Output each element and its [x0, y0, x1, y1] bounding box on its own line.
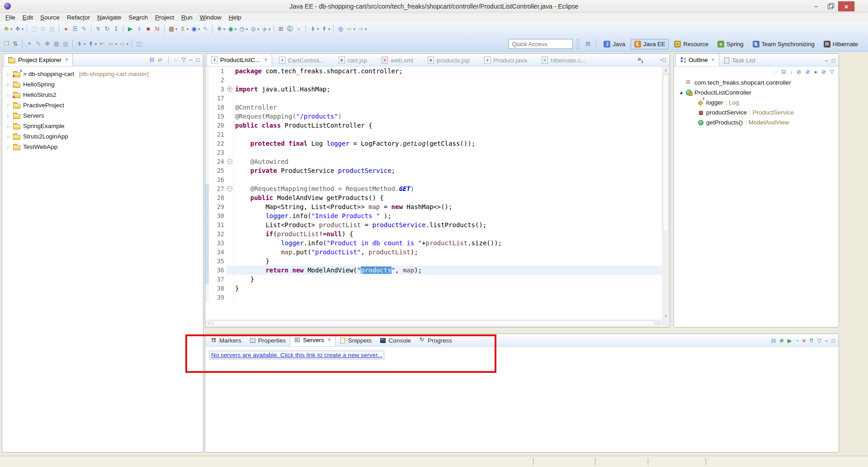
line-number[interactable]: 27	[209, 184, 226, 193]
show-table-button[interactable]: ▦	[52, 39, 61, 49]
quick-access-input[interactable]	[509, 39, 573, 49]
focus-icon[interactable]: ∷	[774, 69, 778, 75]
menu-edit[interactable]: Edit	[19, 13, 37, 22]
data-source-button[interactable]: $▾	[178, 24, 189, 34]
code-line[interactable]: 28 public ModelAndView getProducts() {	[205, 193, 662, 202]
line-number[interactable]: 30	[209, 211, 226, 220]
outline-item-getproducts[interactable]: getProducts() : ModelAndView	[674, 117, 839, 127]
perspective-java[interactable]: JJava	[600, 39, 628, 49]
menu-source[interactable]: Source	[37, 13, 63, 22]
hide-non-public-members-icon[interactable]: ●	[814, 69, 817, 75]
code-text[interactable]: private ProductService productService;	[234, 166, 662, 175]
tree-item-practiveproject[interactable]: PractiveProject	[2, 100, 203, 110]
line-number[interactable]: 19	[209, 112, 226, 121]
code-text[interactable]: @RequestMapping("/products")	[234, 112, 662, 121]
code-line[interactable]: 1package com.tech_freaks.shopcart.contro…	[205, 67, 662, 76]
tab-snippets[interactable]: Snippets	[335, 334, 376, 346]
code-text[interactable]	[234, 94, 662, 103]
editor-tab-product-java[interactable]: JProduct.java	[480, 54, 531, 66]
line-number[interactable]: 2	[209, 76, 226, 85]
code-text[interactable]: map.put("productList", productList);	[234, 248, 662, 257]
external-tools-button[interactable]: ◈▾	[260, 24, 271, 34]
new-java-package-button[interactable]: ⊞	[276, 24, 285, 34]
code-text[interactable]: }	[234, 257, 662, 266]
tab-overflow-icon[interactable]: 1	[637, 55, 643, 64]
tab-project-explorer[interactable]: Project Explorer	[4, 53, 73, 66]
code-text[interactable]: @RequestMapping(method = RequestMethod.G…	[234, 184, 662, 193]
perspective-java-ee[interactable]: EJava EE	[631, 39, 669, 49]
new-server-button[interactable]: ▦▾	[167, 24, 178, 34]
link-with-editor-icon[interactable]: ⇄	[158, 57, 162, 63]
tree-item-testwebapp[interactable]: TestWebApp	[2, 142, 203, 152]
view-menu-icon[interactable]: ▽	[830, 69, 834, 75]
code-line[interactable]: 27 @RequestMapping(method = RequestMetho…	[205, 184, 662, 193]
synchronize-button[interactable]: ⇅	[11, 39, 20, 49]
outline-item-productlistcontroller[interactable]: ProductListController	[674, 87, 839, 97]
expand-arrow-icon[interactable]	[6, 103, 11, 108]
view-menu-icon[interactable]: ▽	[817, 338, 821, 344]
line-number[interactable]: 32	[209, 229, 226, 238]
code-line[interactable]: 35 }	[205, 257, 662, 266]
start-server-icon[interactable]: ▶	[788, 338, 792, 344]
code-text[interactable]: logger.info("Product in db count is "+pr…	[234, 238, 662, 248]
view-menu-icon[interactable]: ▽	[182, 57, 186, 63]
code-editor[interactable]: 1package com.tech_freaks.shopcart.contro…	[205, 67, 662, 319]
vertical-scrollbar[interactable]: ∧ ∨	[662, 67, 670, 319]
code-line[interactable]: 25 private ProductService productService…	[205, 166, 662, 175]
open-perspective-button[interactable]: ⊞	[583, 39, 592, 49]
profile-button[interactable]: ◷▾	[237, 24, 249, 34]
close-icon[interactable]	[65, 57, 68, 63]
manage-profiles-button[interactable]: ✦	[25, 39, 34, 49]
forward-button[interactable]: ⇨▾	[356, 24, 368, 34]
line-number[interactable]: 34	[209, 248, 226, 257]
maximize-icon[interactable]: □	[663, 57, 666, 63]
line-number[interactable]: 25	[209, 166, 226, 175]
tab-progress[interactable]: Progress	[415, 334, 456, 346]
line-number[interactable]: 22	[209, 139, 226, 148]
horizontal-scrollbar[interactable]: ‹ ›	[205, 319, 662, 327]
code-text[interactable]: }	[234, 284, 662, 293]
code-line[interactable]: 18@Controller	[205, 103, 662, 112]
minimize-icon[interactable]: –	[825, 338, 828, 344]
line-number[interactable]: 28	[209, 193, 226, 202]
code-line[interactable]: 2	[205, 76, 662, 85]
profile-server-icon[interactable]: ◔	[795, 338, 798, 344]
tree-item-hellospring[interactable]: !HelloSpring	[2, 79, 203, 90]
run-server-button[interactable]: ▶	[126, 24, 135, 34]
run-button[interactable]: ◉▾	[226, 24, 237, 34]
pin-editor-button[interactable]: ◫	[134, 39, 143, 49]
code-line[interactable]: 30 logger.info("Inside Products " );	[205, 211, 662, 220]
code-text[interactable]	[234, 148, 662, 157]
line-number[interactable]: 36	[209, 266, 226, 275]
tab-markers[interactable]: Markers	[207, 334, 245, 346]
sort-icon[interactable]: ↓	[790, 69, 793, 75]
menu-window[interactable]: Window	[196, 13, 225, 22]
outline-item-com-tech-freaks-shopcart-controller[interactable]: com.tech_freaks.shopcart.controller	[674, 77, 839, 87]
editor-tab-products-jsp[interactable]: ≣products.jsp	[424, 54, 474, 66]
coverage-button[interactable]: ◍▾	[249, 24, 260, 34]
code-line[interactable]: 24 @Autowired	[205, 157, 662, 166]
tab-servers[interactable]: Servers	[290, 334, 335, 346]
code-line[interactable]: 34 map.put("productList", productList);	[205, 248, 662, 257]
task-list-button[interactable]: ☰	[71, 24, 80, 34]
previous-annotation-button[interactable]: ⇞▾	[320, 24, 331, 34]
editor-tab-productlistc[interactable]: JProductListC...	[207, 53, 272, 66]
stop-server-icon[interactable]: ■	[802, 338, 806, 344]
line-number[interactable]: 35	[209, 257, 226, 266]
collapse-all-icon[interactable]: ⊟	[771, 338, 776, 344]
line-number[interactable]: 33	[209, 238, 226, 248]
back-button[interactable]: ⇦▾	[345, 24, 356, 34]
editor-tab-hibernate-c[interactable]: Xhibernate.c...	[538, 54, 590, 66]
collapse-all-icon[interactable]: ⊟	[781, 69, 786, 75]
code-line[interactable]: 3import java.util.HashMap;	[205, 85, 662, 94]
scroll-right-icon[interactable]: ›	[655, 319, 662, 327]
expand-arrow-icon[interactable]	[6, 124, 11, 129]
perspective-hibernate[interactable]: HHibernate	[820, 39, 862, 49]
create-server-link[interactable]: No servers are available. Click this lin…	[209, 351, 384, 359]
scroll-left-icon[interactable]: ‹	[205, 319, 212, 327]
favorites-button[interactable]: ✱	[43, 39, 52, 49]
code-text[interactable]: if(productList!=null) {	[234, 229, 662, 238]
tree-item-servers[interactable]: Servers	[2, 110, 203, 121]
new-java-class-button[interactable]: Ⓒ	[285, 24, 294, 34]
close-icon[interactable]	[712, 57, 715, 63]
